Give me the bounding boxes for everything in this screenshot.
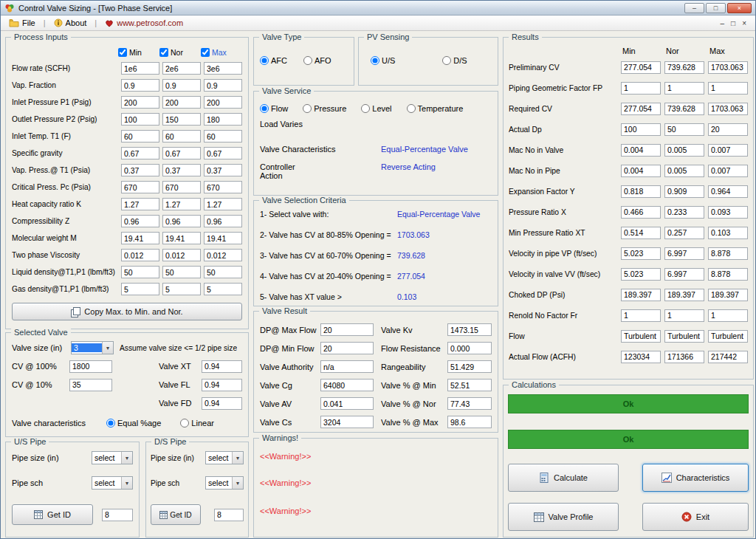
nor-input[interactable]	[162, 283, 201, 295]
equal-percentage-radio[interactable]	[106, 419, 115, 428]
menu-website-link[interactable]: www.petrosof.com	[102, 18, 186, 28]
results-max-value[interactable]	[708, 144, 748, 157]
results-nor-value[interactable]	[664, 309, 704, 322]
max-input[interactable]	[204, 215, 242, 227]
valve-xt-input[interactable]	[202, 360, 242, 373]
results-nor-value[interactable]	[664, 351, 704, 363]
valve-fl-input[interactable]	[202, 379, 242, 391]
result-input[interactable]	[447, 323, 492, 336]
ds-get-id-button[interactable]: Get ID	[151, 504, 201, 525]
menu-file[interactable]: File	[6, 18, 38, 28]
mdi-close-button[interactable]: ×	[742, 19, 746, 27]
min-checkbox[interactable]	[118, 48, 127, 57]
nor-input[interactable]	[162, 130, 201, 143]
max-input[interactable]	[204, 181, 242, 193]
copy-max-button[interactable]: Copy Max. to Min. and Nor.	[12, 303, 242, 320]
max-input[interactable]	[204, 79, 242, 92]
nor-input[interactable]	[162, 96, 201, 109]
max-input[interactable]	[204, 283, 242, 295]
results-max-value[interactable]	[708, 309, 748, 322]
max-input[interactable]	[204, 249, 242, 261]
results-max-value[interactable]	[708, 227, 748, 239]
results-nor-value[interactable]	[664, 123, 704, 136]
results-min-value[interactable]	[621, 206, 661, 219]
nor-input[interactable]	[162, 266, 201, 278]
results-max-value[interactable]	[708, 82, 748, 95]
mdi-restore-button[interactable]: □	[731, 19, 735, 27]
results-max-value[interactable]	[708, 247, 748, 260]
max-input[interactable]	[204, 130, 242, 143]
results-nor-value[interactable]	[664, 247, 704, 260]
flow-radio-option[interactable]: Flow	[260, 104, 288, 113]
results-min-value[interactable]	[621, 144, 661, 157]
result-input[interactable]	[320, 342, 374, 354]
results-min-value[interactable]	[621, 247, 661, 260]
results-max-value[interactable]	[708, 351, 748, 363]
ds-pipe-size-dropdown[interactable]: select	[205, 451, 244, 464]
results-max-value[interactable]	[708, 206, 748, 219]
min-input[interactable]	[121, 164, 159, 176]
result-input[interactable]	[447, 397, 492, 410]
results-nor-value[interactable]	[664, 330, 704, 343]
max-input[interactable]	[204, 164, 242, 176]
min-input[interactable]	[121, 181, 159, 193]
results-min-value[interactable]	[621, 165, 661, 177]
valve-size-dropdown[interactable]: 3	[71, 341, 114, 354]
exit-button[interactable]: Exit	[642, 503, 749, 531]
ds-radio-option[interactable]: D/S	[442, 56, 467, 65]
ds-pipe-id-input[interactable]	[214, 509, 244, 521]
results-min-value[interactable]	[621, 103, 661, 115]
afc-radio[interactable]	[260, 56, 269, 65]
nor-input[interactable]	[162, 113, 201, 126]
ds-radio[interactable]	[442, 56, 451, 65]
min-input[interactable]	[121, 266, 159, 278]
results-max-value[interactable]	[708, 103, 748, 115]
result-input[interactable]	[447, 379, 492, 391]
results-nor-value[interactable]	[664, 144, 704, 157]
results-nor-value[interactable]	[664, 165, 704, 177]
results-min-value[interactable]	[621, 123, 661, 136]
flow-radio[interactable]	[260, 104, 269, 113]
min-input[interactable]	[121, 62, 159, 75]
nor-input[interactable]	[162, 164, 201, 176]
results-min-value[interactable]	[621, 351, 661, 363]
result-input[interactable]	[447, 416, 492, 428]
mdi-minimize-button[interactable]: –	[721, 19, 725, 27]
us-pipe-size-dropdown[interactable]: select	[92, 451, 133, 464]
max-input[interactable]	[204, 62, 242, 75]
results-min-value[interactable]	[621, 309, 661, 322]
afo-radio[interactable]	[303, 56, 312, 65]
nor-input[interactable]	[162, 181, 201, 193]
results-nor-value[interactable]	[664, 206, 704, 219]
nor-input[interactable]	[162, 249, 201, 261]
temperature-radio-option[interactable]: Temperature	[407, 104, 464, 113]
min-input[interactable]	[121, 198, 159, 210]
min-input[interactable]	[121, 113, 159, 126]
max-input[interactable]	[204, 198, 242, 210]
nor-input[interactable]	[162, 79, 201, 92]
ds-pipe-sch-dropdown[interactable]: select	[205, 476, 244, 490]
level-radio[interactable]	[361, 104, 370, 113]
max-checkbox[interactable]	[201, 48, 210, 57]
result-input[interactable]	[320, 416, 374, 428]
min-input[interactable]	[121, 215, 159, 227]
results-nor-value[interactable]	[664, 61, 704, 74]
equal-percentage-radio-option[interactable]: Equal %age	[106, 419, 161, 428]
us-pipe-sch-dropdown[interactable]: select	[92, 476, 133, 490]
min-input[interactable]	[121, 130, 159, 143]
calculate-button[interactable]: Calculate	[508, 464, 619, 492]
results-min-value[interactable]	[621, 61, 661, 74]
nor-checkbox[interactable]	[159, 48, 168, 57]
temperature-radio[interactable]	[407, 104, 416, 113]
result-input[interactable]	[447, 360, 492, 373]
results-max-value[interactable]	[708, 289, 748, 301]
linear-radio[interactable]	[180, 419, 189, 428]
results-nor-value[interactable]	[664, 227, 704, 239]
us-radio-option[interactable]: U/S	[371, 56, 395, 65]
results-nor-value[interactable]	[664, 289, 704, 301]
cv100-input[interactable]	[69, 360, 112, 373]
results-max-value[interactable]	[708, 185, 748, 198]
results-max-value[interactable]	[708, 123, 748, 136]
pressure-radio[interactable]	[303, 104, 312, 113]
afo-radio-option[interactable]: AFO	[303, 56, 331, 65]
